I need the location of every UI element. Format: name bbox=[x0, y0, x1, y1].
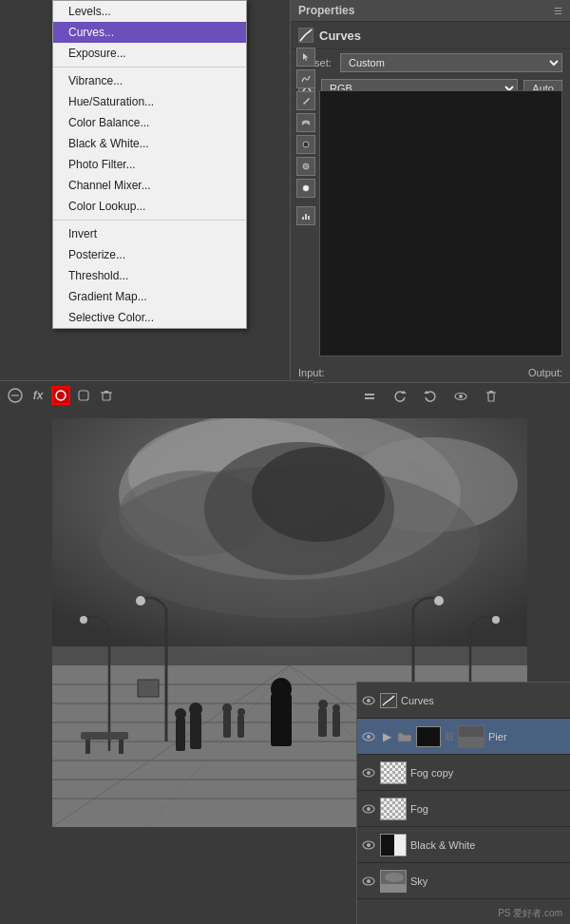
layer-row-fog-copy[interactable]: Fog copy bbox=[357, 755, 570, 791]
tool-bezier[interactable] bbox=[296, 69, 315, 88]
layer-thumb-fog-copy bbox=[380, 761, 407, 784]
curves-title: Curves bbox=[319, 29, 361, 43]
svg-rect-72 bbox=[138, 680, 159, 697]
svg-point-12 bbox=[459, 395, 463, 398]
tool-eyedropper-black[interactable] bbox=[296, 135, 315, 154]
svg-point-89 bbox=[367, 879, 370, 883]
props-bottom-toolbar bbox=[291, 382, 570, 409]
svg-point-2 bbox=[303, 164, 309, 169]
tool-eyedropper-gray[interactable] bbox=[296, 157, 315, 176]
menu-item-selective-color[interactable]: Selective Color... bbox=[53, 307, 246, 328]
svg-rect-57 bbox=[119, 740, 124, 754]
svg-point-52 bbox=[434, 596, 444, 606]
input-label: Input: bbox=[298, 367, 325, 378]
props-tool-clip[interactable] bbox=[360, 387, 379, 406]
svg-rect-20 bbox=[103, 393, 110, 400]
tool-eyedropper-white[interactable] bbox=[296, 179, 315, 198]
layer-photo-thumb-pier bbox=[458, 725, 484, 748]
preset-row: Preset: Custom Default bbox=[291, 49, 570, 76]
menu-item-curves[interactable]: Curves... bbox=[53, 22, 246, 43]
menu-item-color-balance[interactable]: Color Balance... bbox=[53, 112, 246, 133]
layer-name-fog-copy: Fog copy bbox=[410, 767, 566, 779]
svg-rect-15 bbox=[489, 391, 493, 393]
svg-rect-68 bbox=[318, 708, 327, 737]
svg-rect-60 bbox=[190, 713, 201, 749]
svg-rect-70 bbox=[332, 711, 340, 737]
layer-row-sky[interactable]: Sky bbox=[357, 863, 570, 899]
layer-eye-sky[interactable] bbox=[361, 874, 376, 889]
menu-item-posterize[interactable]: Posterize... bbox=[53, 244, 246, 265]
menu-separator-1 bbox=[53, 67, 246, 67]
watermark: PS 爱好者.com bbox=[498, 907, 562, 920]
tool-pencil[interactable] bbox=[296, 91, 315, 110]
svg-rect-7 bbox=[365, 394, 374, 395]
svg-point-67 bbox=[238, 708, 245, 716]
menu-item-threshold[interactable]: Threshold... bbox=[53, 265, 246, 286]
svg-point-85 bbox=[367, 843, 370, 847]
layer-expand-arrow[interactable]: ▶ bbox=[380, 730, 393, 743]
svg-point-54 bbox=[492, 616, 500, 624]
svg-point-48 bbox=[136, 596, 145, 606]
layer-row-fog[interactable]: Fog bbox=[357, 791, 570, 827]
curves-icon bbox=[298, 28, 314, 43]
tool-histogram[interactable] bbox=[296, 206, 315, 225]
svg-rect-33 bbox=[52, 646, 527, 665]
layer-thumb-bw bbox=[380, 834, 407, 857]
top-section: Levels... Curves... Exposure... Vibrance… bbox=[0, 0, 570, 409]
layer-thumb-sky bbox=[380, 870, 407, 893]
layer-eye-bw[interactable] bbox=[361, 837, 376, 853]
svg-rect-91 bbox=[381, 884, 407, 893]
svg-rect-19 bbox=[79, 391, 88, 400]
layer-eye-pier[interactable] bbox=[361, 729, 376, 744]
svg-rect-66 bbox=[238, 715, 244, 738]
svg-point-83 bbox=[367, 807, 370, 811]
tool-strip bbox=[296, 48, 315, 225]
layer-thumb-fog bbox=[380, 798, 407, 820]
toolbar-mask-icon[interactable] bbox=[74, 386, 93, 405]
dropdown-menu[interactable]: Levels... Curves... Exposure... Vibrance… bbox=[52, 0, 247, 329]
toolbar-delete-icon[interactable] bbox=[97, 386, 116, 405]
preset-select[interactable]: Custom Default bbox=[340, 53, 562, 72]
layer-row-pier[interactable]: ▶ ⛓ Pier bbox=[357, 719, 570, 755]
layer-eye-fog-copy[interactable] bbox=[361, 765, 376, 780]
menu-item-black-white[interactable]: Black & White... bbox=[53, 133, 246, 154]
svg-rect-22 bbox=[104, 391, 108, 393]
props-tool-delete[interactable] bbox=[482, 387, 501, 406]
svg-rect-13 bbox=[488, 393, 494, 401]
props-tool-visibility[interactable] bbox=[451, 387, 470, 406]
properties-header: Properties ☰ bbox=[291, 0, 570, 22]
menu-separator-2 bbox=[53, 220, 246, 221]
layer-row-curves[interactable]: Curves bbox=[357, 683, 570, 719]
menu-item-invert[interactable]: Invert bbox=[53, 223, 246, 244]
tool-smooth[interactable] bbox=[296, 113, 315, 132]
menu-item-exposure[interactable]: Exposure... bbox=[53, 43, 246, 64]
layer-row-bw[interactable]: Black & White bbox=[357, 827, 570, 863]
layer-eye-curves[interactable] bbox=[361, 693, 376, 708]
tool-pointer[interactable] bbox=[296, 48, 315, 67]
svg-point-63 bbox=[175, 708, 186, 720]
svg-rect-86 bbox=[381, 835, 394, 857]
menu-item-color-lookup[interactable]: Color Lookup... bbox=[53, 196, 246, 217]
menu-item-channel-mixer[interactable]: Channel Mixer... bbox=[53, 175, 246, 196]
svg-point-61 bbox=[189, 703, 202, 716]
layer-eye-fog[interactable] bbox=[361, 801, 376, 817]
svg-point-65 bbox=[222, 703, 232, 713]
props-tool-reset[interactable] bbox=[421, 387, 440, 406]
menu-item-levels[interactable]: Levels... bbox=[53, 1, 246, 22]
toolbar-fx-icon[interactable]: fx bbox=[28, 386, 48, 405]
menu-item-photo-filter[interactable]: Photo Filter... bbox=[53, 154, 246, 175]
svg-point-81 bbox=[367, 771, 370, 775]
svg-rect-55 bbox=[81, 732, 128, 740]
menu-item-vibrance[interactable]: Vibrance... bbox=[53, 70, 246, 91]
menu-item-gradient-map[interactable]: Gradient Map... bbox=[53, 286, 246, 307]
svg-point-92 bbox=[385, 873, 404, 882]
props-tool-refresh[interactable] bbox=[390, 387, 409, 406]
menu-item-hue-saturation[interactable]: Hue/Saturation... bbox=[53, 91, 246, 112]
layer-folder-icon bbox=[397, 730, 412, 743]
properties-menu-icon[interactable]: ☰ bbox=[554, 6, 562, 16]
toolbar-adjustment-icon[interactable] bbox=[51, 386, 70, 405]
bottom-toolbar: fx bbox=[0, 380, 314, 409]
properties-title: Properties bbox=[298, 4, 354, 17]
layer-curves-thumb bbox=[380, 693, 397, 708]
toolbar-link-icon[interactable] bbox=[6, 386, 25, 405]
